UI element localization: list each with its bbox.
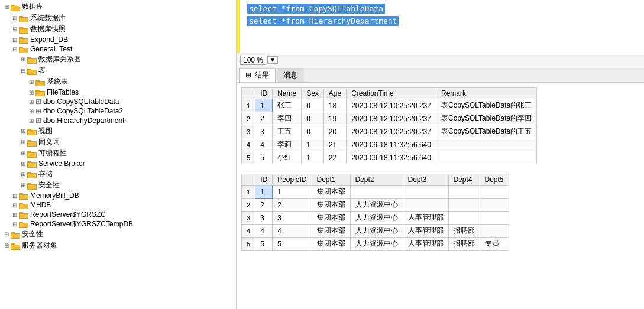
tree-item-reportserver[interactable]: ⊞ReportServer$YGRSZC xyxy=(0,210,236,219)
expand-icon-db-diagram[interactable]: ⊞ xyxy=(19,56,27,63)
cell-r1-c2[interactable]: 李四 xyxy=(273,112,302,125)
cell-r1-c5[interactable]: 2020-08-12 10:25:20.237 xyxy=(347,112,436,125)
results-area[interactable]: IDNameSexAgeCreationTimeRemark11张三018202… xyxy=(237,83,644,309)
tree-item-mhdb[interactable]: ⊞MHDB xyxy=(0,200,236,210)
expand-icon-tables[interactable]: ⊟ xyxy=(19,67,27,74)
expand-icon-programmability[interactable]: ⊞ xyxy=(19,150,27,157)
expand-icon-storage[interactable]: ⊞ xyxy=(19,171,27,177)
cell-r4-c0[interactable]: 5 xyxy=(242,151,255,164)
tree-item-programmability[interactable]: ⊞可编程性 xyxy=(0,148,236,159)
tree-item-hierarchy[interactable]: ⊞dbo.HierarchyDepartment xyxy=(0,116,236,125)
cell-r1-c5[interactable] xyxy=(403,199,448,212)
cell-r1-c2[interactable]: 2 xyxy=(273,199,312,212)
cell-r2-c4[interactable]: 人力资源中心 xyxy=(350,212,403,225)
cell-r1-c4[interactable]: 19 xyxy=(323,112,346,125)
cell-r2-c4[interactable]: 20 xyxy=(323,125,346,138)
cell-r3-c6[interactable]: 招聘部 xyxy=(448,225,480,238)
expand-icon-snapshots[interactable]: ⊞ xyxy=(11,26,19,32)
cell-r0-c3[interactable]: 0 xyxy=(302,99,324,112)
cell-r3-c4[interactable]: 21 xyxy=(323,138,346,151)
expand-icon-memorybill[interactable]: ⊞ xyxy=(11,193,19,199)
tree-item-db-diagram[interactable]: ⊞数据库关系图 xyxy=(0,54,236,65)
cell-r4-c2[interactable]: 5 xyxy=(273,238,312,251)
expand-icon-service-obj[interactable]: ⊞ xyxy=(2,242,11,249)
cell-r0-c3[interactable]: 集团本部 xyxy=(312,186,350,199)
cell-r4-c7[interactable]: 专员 xyxy=(480,238,509,251)
expand-icon-mhdb[interactable]: ⊞ xyxy=(11,202,19,209)
table-row[interactable]: 111集团本部 xyxy=(242,186,509,199)
cell-r1-c1[interactable]: 2 xyxy=(255,199,273,212)
expand-icon-reportserver[interactable]: ⊞ xyxy=(11,212,19,218)
cell-r2-c2[interactable]: 3 xyxy=(273,212,312,225)
tree-item-system-db[interactable]: ⊞系统数据库 xyxy=(0,12,236,24)
cell-r3-c6[interactable] xyxy=(436,138,536,151)
cell-r2-c5[interactable]: 2020-08-12 10:25:20.237 xyxy=(347,125,436,138)
cell-r2-c0[interactable]: 3 xyxy=(242,125,255,138)
cell-r3-c5[interactable]: 2020-09-18 11:32:56.640 xyxy=(347,138,436,151)
tab-messages[interactable]: 消息 xyxy=(277,68,304,82)
cell-r3-c3[interactable]: 集团本部 xyxy=(312,225,350,238)
cell-r3-c4[interactable]: 人力资源中心 xyxy=(350,225,403,238)
cell-r4-c5[interactable]: 人事管理部 xyxy=(403,238,448,251)
cell-r1-c7[interactable] xyxy=(480,199,509,212)
cell-r2-c1[interactable]: 3 xyxy=(255,212,273,225)
cell-r1-c0[interactable]: 2 xyxy=(242,199,255,212)
cell-r2-c3[interactable]: 0 xyxy=(302,125,324,138)
cell-r4-c3[interactable]: 1 xyxy=(302,151,324,164)
zoom-dropdown[interactable]: ▼ xyxy=(267,56,278,64)
table-row[interactable]: 555集团本部人力资源中心人事管理部招聘部专员 xyxy=(242,238,509,251)
expand-icon-copy-sql[interactable]: ⊞ xyxy=(27,99,35,105)
cell-r4-c1[interactable]: 5 xyxy=(255,151,273,164)
expand-icon-databases[interactable]: ⊟ xyxy=(2,4,11,10)
cell-r4-c4[interactable]: 22 xyxy=(323,151,346,164)
tab-results[interactable]: ⊞ 结果 xyxy=(239,68,276,82)
tree-item-security[interactable]: ⊞安全性 xyxy=(0,180,236,191)
cell-r0-c6[interactable] xyxy=(448,186,480,199)
cell-r4-c3[interactable]: 集团本部 xyxy=(312,238,350,251)
table-row[interactable]: 55小红1222020-09-18 11:32:56.640 xyxy=(242,151,537,164)
tree-item-sys-tables[interactable]: ⊞系统表 xyxy=(0,76,236,87)
expand-icon-views[interactable]: ⊞ xyxy=(19,128,27,134)
expand-icon-copy-sql2[interactable]: ⊞ xyxy=(27,108,35,115)
tree-panel[interactable]: ⊟数据库⊞系统数据库⊞数据库快照⊞Expand_DB⊟General_Test⊞… xyxy=(0,0,237,309)
expand-icon-service-broker[interactable]: ⊞ xyxy=(19,161,27,167)
cell-r3-c0[interactable]: 4 xyxy=(242,138,255,151)
tree-item-expand-db[interactable]: ⊞Expand_DB xyxy=(0,35,236,44)
cell-r3-c5[interactable]: 人事管理部 xyxy=(403,225,448,238)
expand-icon-reportserver-temp[interactable]: ⊞ xyxy=(11,221,19,227)
table-row[interactable]: 33王五0202020-08-12 10:25:20.237表CopySQLTa… xyxy=(242,125,537,138)
expand-icon-system-db[interactable]: ⊞ xyxy=(11,15,19,21)
tree-item-service-obj[interactable]: ⊞服务器对象 xyxy=(0,240,236,251)
cell-r2-c7[interactable] xyxy=(480,212,509,225)
expand-icon-hierarchy[interactable]: ⊞ xyxy=(27,118,35,124)
expand-icon-expand-db[interactable]: ⊞ xyxy=(11,37,19,43)
cell-r3-c2[interactable]: 4 xyxy=(273,225,312,238)
cell-r0-c4[interactable]: 18 xyxy=(323,99,346,112)
cell-r1-c6[interactable] xyxy=(448,199,480,212)
cell-r0-c5[interactable]: 2020-08-12 10:25:20.237 xyxy=(347,99,436,112)
cell-r1-c6[interactable]: 表CopySQLTableData的李四 xyxy=(436,112,536,125)
cell-r2-c1[interactable]: 3 xyxy=(255,125,273,138)
cell-r0-c0[interactable]: 1 xyxy=(242,99,255,112)
tree-item-synonyms[interactable]: ⊞同义词 xyxy=(0,136,236,148)
cell-r1-c3[interactable]: 0 xyxy=(302,112,324,125)
expand-icon-general-test[interactable]: ⊟ xyxy=(11,46,19,53)
cell-r2-c2[interactable]: 王五 xyxy=(273,125,302,138)
cell-r1-c0[interactable]: 2 xyxy=(242,112,255,125)
tree-item-storage[interactable]: ⊞存储 xyxy=(0,168,236,180)
cell-r4-c0[interactable]: 5 xyxy=(242,238,255,251)
cell-r2-c6[interactable]: 表CopySQLTableData的王五 xyxy=(436,125,536,138)
cell-r0-c5[interactable] xyxy=(403,186,448,199)
cell-r4-c6[interactable]: 招聘部 xyxy=(448,238,480,251)
table-row[interactable]: 222集团本部人力资源中心 xyxy=(242,199,509,212)
cell-r1-c3[interactable]: 集团本部 xyxy=(312,199,350,212)
tree-item-copy-sql2[interactable]: ⊞dbo.CopySQLTableData2 xyxy=(0,106,236,116)
cell-r4-c4[interactable]: 人力资源中心 xyxy=(350,238,403,251)
cell-r0-c2[interactable]: 张三 xyxy=(273,99,302,112)
cell-r2-c5[interactable]: 人事管理部 xyxy=(403,212,448,225)
table-row[interactable]: 11张三0182020-08-12 10:25:20.237表CopySQLTa… xyxy=(242,99,537,112)
cell-r4-c6[interactable] xyxy=(436,151,536,164)
expand-icon-sys-tables[interactable]: ⊞ xyxy=(27,79,35,85)
cell-r4-c5[interactable]: 2020-09-18 11:32:56.640 xyxy=(347,151,436,164)
table-row[interactable]: 444集团本部人力资源中心人事管理部招聘部 xyxy=(242,225,509,238)
